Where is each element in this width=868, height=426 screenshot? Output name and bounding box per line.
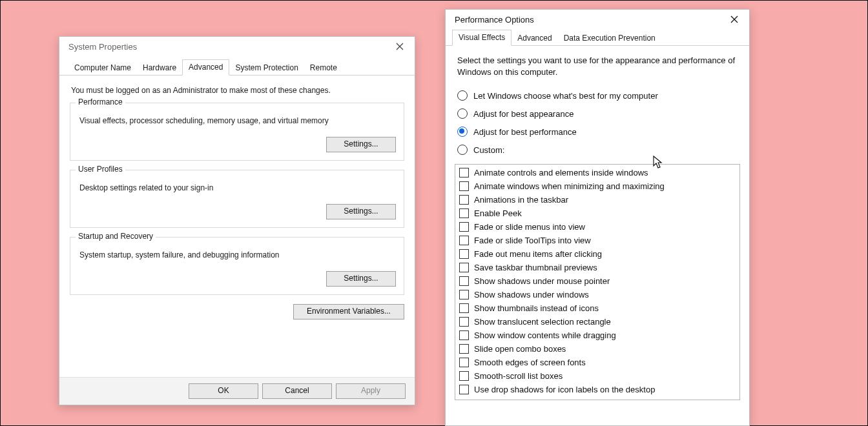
check-label: Show shadows under mouse pointer: [474, 276, 610, 286]
checkbox-icon[interactable]: [459, 249, 469, 259]
radio-bullet-icon: [457, 127, 468, 137]
group-user-profiles-desc: Desktop settings related to your sign-in: [79, 183, 395, 192]
checkbox-icon[interactable]: [459, 303, 469, 313]
visual-effects-checklist[interactable]: Animate controls and elements inside win…: [455, 164, 740, 400]
check-label: Animations in the taskbar: [474, 195, 568, 205]
radio-label: Custom:: [473, 145, 504, 155]
check-item[interactable]: Fade or slide ToolTips into view: [458, 234, 737, 247]
tabstrip: Computer Name Hardware Advanced System P…: [59, 59, 415, 76]
checkbox-icon[interactable]: [459, 181, 469, 191]
check-item[interactable]: Animations in the taskbar: [458, 193, 737, 207]
check-item[interactable]: Show translucent selection rectangle: [458, 315, 737, 329]
check-label: Fade or slide ToolTips into view: [474, 236, 591, 245]
check-label: Show shadows under windows: [474, 290, 589, 299]
check-label: Enable Peek: [474, 208, 522, 218]
check-item[interactable]: Show window contents while dragging: [458, 329, 737, 342]
group-startup-recovery: Startup and Recovery System startup, sys…: [70, 237, 404, 295]
performance-options-window: Performance Options Visual Effects Advan…: [445, 9, 750, 426]
check-label: Show window contents while dragging: [474, 330, 616, 340]
cancel-button[interactable]: Cancel: [262, 383, 332, 399]
checkbox-icon[interactable]: [459, 168, 469, 178]
tabstrip: Visual Effects Advanced Data Execution P…: [446, 29, 749, 46]
startup-recovery-settings-button[interactable]: Settings...: [326, 271, 396, 287]
radio-bullet-icon: [457, 108, 468, 119]
close-icon[interactable]: [390, 38, 409, 55]
check-label: Animate controls and elements inside win…: [474, 168, 648, 178]
checkbox-icon[interactable]: [459, 385, 469, 394]
window-title: Performance Options: [455, 15, 534, 25]
check-item[interactable]: Save taskbar thumbnail previews: [458, 261, 737, 274]
group-performance: Performance Visual effects, processor sc…: [70, 103, 404, 161]
check-label: Save taskbar thumbnail previews: [474, 263, 597, 272]
check-label: Use drop shadows for icon labels on the …: [474, 385, 655, 394]
checkbox-icon[interactable]: [459, 263, 469, 272]
tab-dep[interactable]: Data Execution Prevention: [558, 31, 661, 46]
group-startup-recovery-legend: Startup and Recovery: [76, 232, 156, 241]
check-item[interactable]: Fade or slide menus into view: [458, 220, 737, 234]
checkbox-icon[interactable]: [459, 276, 469, 286]
checkbox-icon[interactable]: [459, 371, 469, 381]
check-item[interactable]: Show thumbnails instead of icons: [458, 301, 737, 315]
checkbox-icon[interactable]: [459, 208, 469, 218]
check-item[interactable]: Show shadows under mouse pointer: [458, 274, 737, 288]
apply-button[interactable]: Apply: [336, 383, 406, 399]
group-performance-legend: Performance: [76, 97, 125, 107]
tab-remote[interactable]: Remote: [304, 61, 343, 76]
checkbox-icon[interactable]: [459, 330, 469, 340]
user-profiles-settings-button[interactable]: Settings...: [326, 204, 396, 219]
checkbox-icon[interactable]: [459, 344, 469, 354]
tab-system-protection[interactable]: System Protection: [229, 61, 304, 76]
environment-variables-button[interactable]: Environment Variables...: [293, 304, 404, 320]
dialog-footer: OK Cancel Apply: [59, 377, 415, 405]
check-item[interactable]: Smooth edges of screen fonts: [458, 356, 737, 369]
check-label: Fade or slide menus into view: [474, 222, 585, 232]
check-label: Smooth edges of screen fonts: [474, 358, 586, 367]
group-startup-recovery-desc: System startup, system failure, and debu…: [79, 250, 395, 259]
tab-body: You must be logged on as an Administrato…: [59, 76, 415, 327]
tab-visual-effects[interactable]: Visual Effects: [452, 30, 512, 46]
radio-custom[interactable]: Custom:: [457, 141, 738, 159]
check-item[interactable]: Enable Peek: [458, 207, 737, 220]
tab-advanced[interactable]: Advanced: [182, 59, 229, 76]
checkbox-icon[interactable]: [459, 317, 469, 327]
tab-computer-name[interactable]: Computer Name: [68, 61, 137, 76]
checkbox-icon[interactable]: [459, 290, 469, 299]
ok-button[interactable]: OK: [189, 383, 258, 399]
titlebar[interactable]: System Properties: [59, 37, 415, 56]
close-icon[interactable]: [725, 11, 744, 28]
check-item[interactable]: Show shadows under windows: [458, 288, 737, 301]
radio-best-performance[interactable]: Adjust for best performance: [457, 123, 738, 141]
check-label: Animate windows when minimizing and maxi…: [474, 181, 665, 191]
check-item[interactable]: Use drop shadows for icon labels on the …: [458, 383, 737, 396]
radio-label: Let Windows choose what's best for my co…: [473, 91, 658, 101]
window-title: System Properties: [68, 42, 137, 52]
radio-label: Adjust for best appearance: [473, 109, 574, 119]
desktop: System Properties Computer Name Hardware…: [0, 0, 868, 426]
check-label: Fade out menu items after clicking: [474, 249, 602, 259]
checkbox-icon[interactable]: [459, 195, 469, 205]
checkbox-icon[interactable]: [459, 236, 469, 245]
check-label: Show thumbnails instead of icons: [474, 303, 599, 313]
check-item[interactable]: Animate controls and elements inside win…: [458, 166, 737, 179]
tab-hardware[interactable]: Hardware: [137, 61, 182, 76]
check-item[interactable]: Fade out menu items after clicking: [458, 247, 737, 261]
check-item[interactable]: Smooth-scroll list boxes: [458, 369, 737, 383]
check-item[interactable]: Animate windows when minimizing and maxi…: [458, 179, 737, 193]
check-label: Smooth-scroll list boxes: [474, 371, 563, 381]
admin-note: You must be logged on as an Administrato…: [71, 86, 403, 95]
radio-label: Adjust for best performance: [473, 127, 577, 137]
check-label: Show translucent selection rectangle: [474, 317, 611, 327]
group-user-profiles-legend: User Profiles: [76, 165, 125, 174]
checkbox-icon[interactable]: [459, 358, 469, 367]
radio-let-windows-choose[interactable]: Let Windows choose what's best for my co…: [457, 86, 738, 105]
radio-group: Let Windows choose what's best for my co…: [457, 86, 738, 159]
tab-advanced[interactable]: Advanced: [512, 31, 557, 46]
check-label: Slide open combo boxes: [474, 344, 566, 354]
check-item[interactable]: Slide open combo boxes: [458, 342, 737, 356]
radio-bullet-icon: [457, 90, 468, 101]
checkbox-icon[interactable]: [459, 222, 469, 232]
group-performance-desc: Visual effects, processor scheduling, me…: [79, 116, 395, 125]
performance-settings-button[interactable]: Settings...: [326, 137, 396, 152]
titlebar[interactable]: Performance Options: [446, 10, 749, 29]
radio-best-appearance[interactable]: Adjust for best appearance: [457, 105, 738, 123]
